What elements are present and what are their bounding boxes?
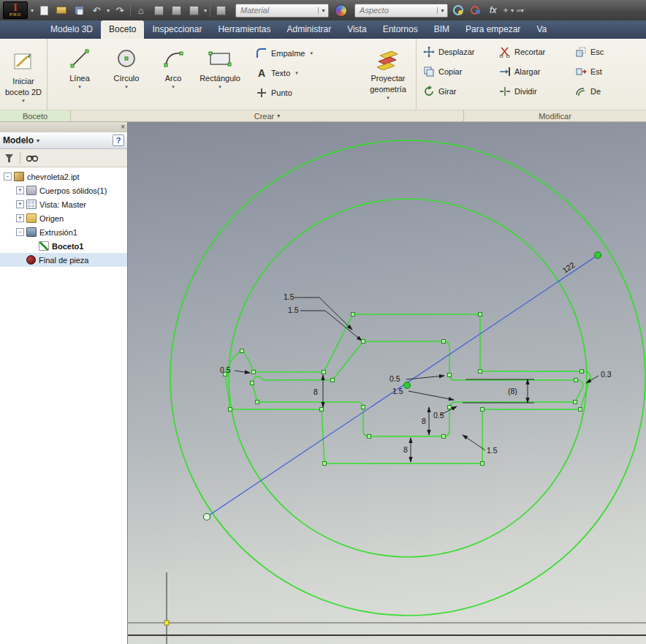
tool-estirar[interactable]: Est bbox=[573, 64, 646, 79]
expand-icon[interactable]: + bbox=[16, 186, 24, 194]
tool-linea[interactable]: Línea ▾ bbox=[56, 42, 103, 91]
dimension-0.5[interactable]: 0.5 bbox=[433, 406, 457, 420]
vertex-marker[interactable] bbox=[224, 373, 227, 376]
measure-button[interactable] bbox=[169, 3, 183, 18]
tab-administrar[interactable]: Administrar bbox=[278, 20, 339, 39]
tree-item-boceto1[interactable]: Boceto1 bbox=[0, 239, 127, 253]
tab-entornos[interactable]: Entornos bbox=[375, 20, 426, 39]
chevron-down-icon[interactable]: ▾ bbox=[511, 7, 514, 14]
update-button[interactable] bbox=[468, 3, 483, 18]
iniciar-boceto-2d-button[interactable]: Iniciar boceto 2D ▾ bbox=[0, 45, 47, 105]
search-binoculars-icon[interactable] bbox=[26, 154, 38, 162]
collapse-icon[interactable]: - bbox=[16, 228, 24, 236]
vertex-marker[interactable] bbox=[362, 340, 365, 344]
dimension-122[interactable]: 122 bbox=[560, 260, 576, 275]
dimension-0.3[interactable]: 0.3 bbox=[586, 370, 612, 383]
adjust-button[interactable] bbox=[451, 3, 466, 18]
inner-circle[interactable] bbox=[229, 199, 587, 557]
undo-button[interactable]: ↶ bbox=[89, 3, 104, 18]
vertex-marker[interactable] bbox=[479, 370, 482, 374]
dimension-endpoint[interactable] bbox=[595, 252, 601, 259]
parameters-fx-button[interactable]: fx bbox=[486, 5, 500, 15]
tool-copiar[interactable]: Copiar bbox=[421, 64, 497, 79]
chevron-down-icon[interactable]: ▾ bbox=[318, 7, 328, 14]
dimension-1.5[interactable]: 1.5 bbox=[463, 435, 498, 455]
chevron-down-icon[interactable]: ▾ bbox=[37, 137, 113, 144]
tab-varios[interactable]: Va bbox=[528, 20, 555, 39]
tree-item-final-de-pieza[interactable]: Final de pieza bbox=[0, 253, 127, 267]
chevron-down-icon[interactable]: ▾ bbox=[31, 7, 34, 14]
footer-boceto[interactable]: Boceto bbox=[0, 110, 71, 121]
origin-point[interactable] bbox=[164, 621, 169, 625]
vertex-marker[interactable] bbox=[574, 401, 577, 404]
tool-desfase[interactable]: De bbox=[573, 84, 646, 99]
vertex-marker[interactable] bbox=[448, 374, 452, 377]
tool-recortar[interactable]: Recortar bbox=[497, 45, 573, 59]
vertex-marker[interactable] bbox=[580, 370, 584, 374]
toolbar-overflow-icon[interactable]: ═▾ bbox=[517, 7, 524, 14]
vertex-marker[interactable] bbox=[479, 313, 482, 317]
tool-girar[interactable]: Girar bbox=[421, 84, 497, 99]
vertex-marker[interactable] bbox=[320, 408, 324, 412]
new-file-button[interactable] bbox=[37, 3, 51, 18]
vertex-marker[interactable] bbox=[229, 408, 232, 412]
tree-item-origen[interactable]: +Origen bbox=[0, 211, 127, 225]
expand-icon[interactable]: + bbox=[16, 214, 24, 222]
vertex-marker[interactable] bbox=[240, 349, 244, 353]
tab-bim[interactable]: BIM bbox=[426, 20, 457, 39]
vertex-marker[interactable] bbox=[448, 406, 452, 409]
tab-inspeccionar[interactable]: Inspeccionar bbox=[144, 20, 210, 39]
tab-boceto[interactable]: Boceto bbox=[101, 20, 144, 39]
selection-filter-button[interactable] bbox=[186, 3, 201, 18]
tab-para-empezar[interactable]: Para empezar bbox=[457, 20, 528, 39]
vertex-marker[interactable] bbox=[481, 408, 484, 412]
vertex-marker[interactable] bbox=[323, 462, 327, 466]
footer-modificar[interactable]: Modificar bbox=[464, 110, 646, 121]
bowtie-inner-contour[interactable] bbox=[252, 341, 583, 436]
dimension-8[interactable]: (8) bbox=[463, 379, 534, 403]
home-view-button[interactable]: ⌂ bbox=[134, 3, 148, 18]
browser-titlebar[interactable]: × bbox=[0, 122, 127, 132]
save-button[interactable] bbox=[72, 3, 86, 18]
vertex-marker[interactable] bbox=[368, 435, 371, 439]
tab-herramientas[interactable]: Herramientas bbox=[210, 20, 278, 39]
tree-item-extrusi-n1[interactable]: -Extrusión1 bbox=[0, 225, 127, 239]
tab-vista[interactable]: Vista bbox=[339, 20, 374, 39]
tab-modelo-3d[interactable]: Modelo 3D bbox=[42, 20, 101, 39]
dimension-1.5[interactable]: 1.5 bbox=[288, 306, 362, 341]
tool-arco[interactable]: Arco ▾ bbox=[150, 42, 197, 91]
filter-funnel-icon[interactable] bbox=[4, 154, 14, 163]
tree-item-chevroleta2-ipt[interactable]: -chevroleta2.ipt bbox=[0, 170, 127, 183]
vertex-marker[interactable] bbox=[362, 406, 365, 409]
vertex-marker[interactable] bbox=[352, 313, 355, 317]
inventor-logo[interactable]: I PRO bbox=[3, 1, 28, 19]
dimension-8[interactable]: 8 bbox=[403, 438, 411, 462]
redo-button[interactable]: ↷ bbox=[113, 3, 127, 18]
bowtie-outer-contour[interactable] bbox=[225, 314, 590, 463]
chevron-down-icon[interactable]: ✛ bbox=[503, 7, 508, 14]
appearance-sphere-icon[interactable] bbox=[335, 4, 347, 17]
tool-empalme[interactable]: Empalme ▾ bbox=[254, 46, 350, 61]
vertex-marker[interactable] bbox=[331, 379, 335, 382]
tool-rectangulo[interactable]: Rectángulo ▾ bbox=[197, 42, 243, 91]
vertex-marker[interactable] bbox=[574, 379, 578, 382]
vertex-marker[interactable] bbox=[442, 435, 446, 439]
dimension-endpoint[interactable] bbox=[204, 514, 210, 520]
tool-texto[interactable]: A Texto ▾ bbox=[254, 66, 350, 80]
dimension-0.5[interactable]: 0.5 bbox=[390, 374, 444, 383]
help-button[interactable]: ? bbox=[113, 135, 124, 146]
expand-icon[interactable]: + bbox=[16, 200, 24, 208]
chevron-down-icon[interactable]: ▾ bbox=[107, 7, 110, 14]
open-file-button[interactable] bbox=[54, 3, 69, 18]
diameter-dimension-line[interactable] bbox=[207, 255, 598, 517]
footer-crear[interactable]: Crear▾ bbox=[71, 110, 464, 121]
tool-desplazar[interactable]: Desplazar bbox=[421, 45, 497, 59]
tool-escala[interactable]: Esc bbox=[573, 45, 646, 59]
appearance-combobox[interactable]: Aspecto ▾ bbox=[354, 4, 448, 18]
chevron-down-icon[interactable]: ▾ bbox=[204, 7, 207, 14]
tool-circulo[interactable]: Círculo ▾ bbox=[103, 42, 150, 91]
vertex-marker[interactable] bbox=[579, 408, 582, 412]
dimension-8[interactable]: 8 bbox=[422, 407, 429, 435]
vertex-marker[interactable] bbox=[442, 340, 446, 344]
vertex-marker[interactable] bbox=[322, 371, 326, 374]
